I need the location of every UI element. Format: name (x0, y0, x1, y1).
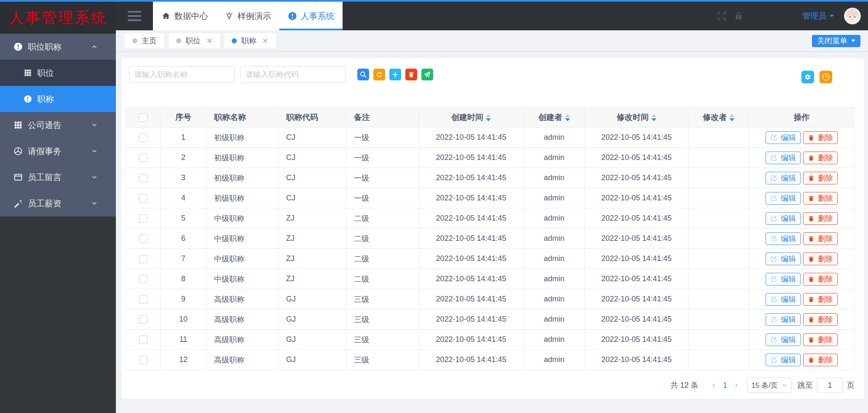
sort-icons[interactable] (651, 114, 656, 121)
column-header-label: 操作 (794, 112, 810, 123)
row-checkbox[interactable] (139, 234, 147, 243)
delete-button[interactable]: 删除 (803, 212, 838, 225)
row-checkbox[interactable] (139, 336, 147, 344)
edit-button[interactable]: 编辑 (766, 293, 801, 306)
page-tab[interactable]: 职称✕ (224, 33, 276, 49)
edit-button[interactable]: 编辑 (766, 152, 801, 164)
delete-button[interactable]: 删除 (803, 152, 838, 164)
refresh-button[interactable] (373, 69, 385, 80)
sort-asc-icon[interactable] (486, 114, 491, 117)
page-tab[interactable]: 职位✕ (168, 33, 220, 49)
delete-button[interactable]: 删除 (803, 293, 838, 306)
delete-button[interactable]: 删除 (803, 333, 838, 346)
edit-button[interactable]: 编辑 (766, 172, 801, 184)
sidebar-filler (0, 216, 116, 413)
delete-button[interactable]: 删除 (803, 313, 838, 326)
delete-button[interactable]: 删除 (803, 131, 838, 144)
sort-asc-icon[interactable] (651, 114, 656, 117)
sort-asc-icon[interactable] (565, 114, 570, 117)
send-button[interactable] (421, 69, 433, 80)
row-checkbox[interactable] (139, 154, 147, 162)
sort-icons[interactable] (729, 114, 734, 121)
column-header[interactable]: 创建时间 (419, 108, 524, 128)
close-icon[interactable]: ✕ (206, 37, 212, 45)
plus-button[interactable] (389, 69, 401, 80)
edit-button[interactable]: 编辑 (766, 131, 801, 144)
row-checkbox[interactable] (139, 194, 147, 203)
column-header[interactable]: 创建者 (524, 108, 585, 128)
question-button[interactable]: ? (820, 71, 832, 83)
sidebar-subitem[interactable]: 职位 (0, 60, 116, 86)
trash-button[interactable] (405, 69, 417, 80)
row-checkbox[interactable] (139, 315, 147, 324)
edit-button[interactable]: 编辑 (766, 333, 801, 346)
edit-button[interactable]: 编辑 (766, 232, 801, 245)
sort-asc-icon[interactable] (729, 114, 734, 117)
edit-label: 编辑 (781, 133, 796, 143)
page-size-select[interactable]: 15 条/页 (747, 378, 792, 393)
jump-page-input[interactable] (817, 378, 843, 393)
page-tab-label: 职位 (185, 36, 201, 46)
top-nav-tab[interactable]: 样例演示 (216, 2, 279, 30)
sort-desc-icon[interactable] (565, 118, 570, 121)
delete-button[interactable]: 删除 (803, 253, 838, 265)
title-code-input[interactable] (240, 66, 346, 83)
top-nav-tab[interactable]: 人事系统 (279, 2, 343, 30)
page-tab[interactable]: 主页 (124, 33, 165, 49)
trash-icon (808, 316, 814, 323)
top-nav-tab[interactable]: 数据中心 (153, 2, 216, 30)
next-page-button[interactable]: › (735, 381, 738, 390)
sort-desc-icon[interactable] (651, 118, 656, 121)
sort-icons[interactable] (486, 114, 491, 121)
lock-icon[interactable] (734, 11, 743, 21)
row-checkbox[interactable] (139, 275, 147, 283)
row-checkbox[interactable] (139, 214, 147, 223)
close-icon[interactable]: ✕ (262, 37, 268, 45)
edit-button[interactable]: 编辑 (766, 212, 801, 225)
sidebar-item[interactable]: 公司通告 (0, 112, 116, 138)
sidebar-item[interactable]: 请假事务 (0, 138, 116, 164)
sidebar-item[interactable]: 员工留言 (0, 164, 116, 190)
sort-icons[interactable] (565, 114, 570, 121)
delete-button[interactable]: 删除 (803, 273, 838, 285)
row-checkbox[interactable] (139, 255, 147, 263)
sidebar-collapse-button[interactable] (116, 2, 153, 30)
column-header[interactable]: 修改时间 (585, 108, 689, 128)
edit-button[interactable]: 编辑 (766, 273, 801, 285)
table-cell: 三级 (346, 330, 419, 350)
edit-button[interactable]: 编辑 (766, 253, 801, 265)
fullscreen-icon[interactable] (716, 11, 727, 21)
sort-desc-icon[interactable] (729, 118, 734, 121)
home-icon (161, 11, 171, 21)
table-cell: 2022-10-05 14:41:45 (585, 128, 689, 148)
delete-button[interactable]: 删除 (803, 172, 838, 184)
sidebar-subitem[interactable]: 职称 (0, 86, 116, 112)
gear-button[interactable] (801, 71, 814, 83)
edit-button[interactable]: 编辑 (766, 313, 801, 326)
sort-desc-icon[interactable] (486, 118, 491, 121)
edit-button[interactable]: 编辑 (766, 354, 801, 366)
row-checkbox[interactable] (139, 356, 147, 364)
table-cell (689, 229, 749, 249)
edit-label: 编辑 (781, 335, 796, 345)
select-all-checkbox[interactable] (139, 113, 147, 122)
delete-button[interactable]: 删除 (803, 232, 838, 245)
delete-button[interactable]: 删除 (803, 354, 838, 366)
sidebar-item[interactable]: 职位职称 (0, 34, 116, 60)
table-cell: 2 (161, 148, 206, 168)
row-checkbox[interactable] (139, 295, 147, 304)
title-name-input[interactable] (129, 66, 235, 83)
current-page[interactable]: 1 (723, 381, 727, 390)
avatar[interactable] (844, 8, 861, 24)
row-checkbox[interactable] (139, 133, 147, 142)
close-menu-button[interactable]: 关闭菜单 (812, 35, 860, 47)
edit-button[interactable]: 编辑 (766, 192, 801, 205)
column-header-label: 创建时间 (451, 112, 483, 123)
delete-button[interactable]: 删除 (803, 192, 838, 205)
search-button[interactable] (357, 69, 369, 80)
sidebar-item[interactable]: 员工薪资 (0, 190, 116, 216)
column-header[interactable]: 修改者 (689, 108, 749, 128)
user-menu[interactable]: 管理员 (802, 11, 834, 21)
row-checkbox[interactable] (139, 174, 147, 182)
prev-page-button[interactable]: ‹ (712, 381, 715, 390)
